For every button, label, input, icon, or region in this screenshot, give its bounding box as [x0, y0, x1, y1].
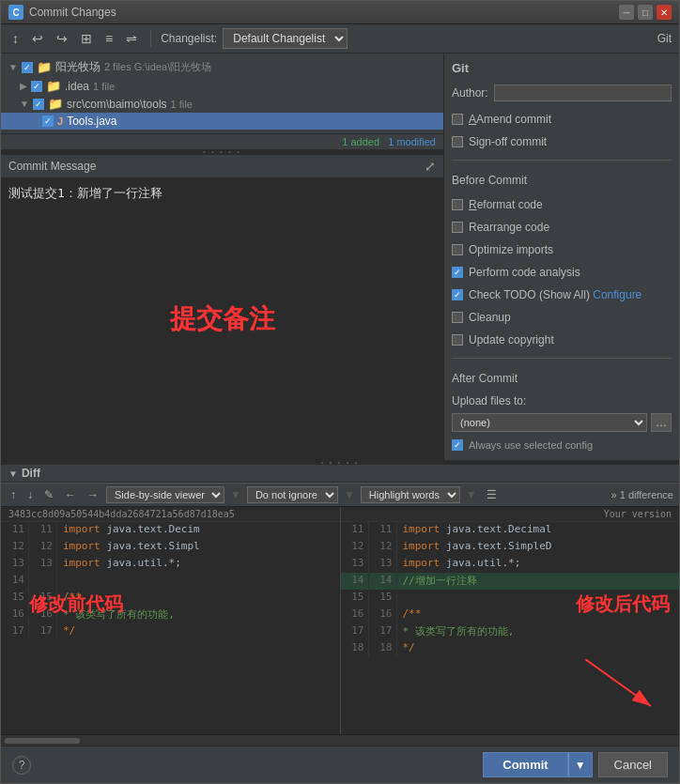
diff-left-lines: 11 11 import java.text.Decim 12 12 impor…	[1, 522, 340, 734]
signoff-row: Sign-off commit	[452, 133, 672, 150]
toolbar-list1[interactable]: ≡	[101, 29, 116, 48]
folder-icon-root: 📁	[37, 60, 52, 74]
upload-label: Upload files to:	[452, 394, 672, 407]
optimize-label: Optimize imports	[469, 243, 553, 256]
diff-right-side: Your version 11 11 import java.text.Deci…	[340, 507, 680, 734]
always-use-checkbox[interactable]: ✓	[452, 439, 463, 451]
commit-message-area: Commit Message ⤢ 测试提交1：新增了一行注释 提交备注	[1, 154, 443, 460]
tree-checkbox-root[interactable]: ✓	[22, 62, 33, 73]
toolbar-undo[interactable]: ↩	[28, 29, 47, 48]
diff-right-line-13: 13 13 import java.util.*;	[341, 556, 680, 573]
diff-scrollbar-thumb[interactable]	[5, 738, 80, 744]
cleanup-checkbox[interactable]	[452, 312, 463, 323]
diff-left-line-11: 11 11 import java.text.Decim	[1, 522, 340, 539]
always-use-row: ✓ Always use selected config	[452, 438, 672, 453]
commit-button[interactable]: Commit	[483, 752, 567, 777]
toolbar-list2[interactable]: ⇌	[122, 29, 141, 48]
amend-label: AAmend commit	[469, 113, 551, 126]
diff-count: » 1 difference	[611, 489, 673, 500]
analyze-checkbox[interactable]: ✓	[452, 267, 463, 278]
diff-content: 3483cc8d09a50544b4dda2684721a56d87d18ea5…	[1, 507, 679, 734]
diff-scrollbar[interactable]	[1, 734, 679, 746]
diff-left-line-12: 12 12 import java.text.Simpl	[1, 539, 340, 556]
toolbar-action1[interactable]: ↕	[8, 29, 23, 48]
diff-right-lines: 11 11 import java.text.Decimal 12 12 imp…	[341, 522, 680, 734]
maximize-button[interactable]: □	[638, 5, 653, 20]
commit-message-header: Commit Message ⤢	[1, 154, 443, 177]
toolbar-group[interactable]: ⊞	[77, 29, 96, 48]
before-commit-divider	[452, 160, 672, 161]
viewer-select[interactable]: Side-by-side viewer	[106, 486, 224, 503]
author-label: Author:	[452, 86, 488, 100]
toolbar-redo[interactable]: ↪	[53, 29, 71, 48]
diff-right-line-14: 14 14 //增加一行注释	[341, 573, 680, 590]
minimize-button[interactable]: ─	[619, 5, 634, 20]
cancel-button[interactable]: Cancel	[598, 752, 668, 777]
file-tree: ▼ ✓ 📁 阳光牧场 2 files G:\idea\阳光牧场 ▶ ✓ 📁 .i…	[1, 54, 443, 133]
todo-checkbox[interactable]: ✓	[452, 289, 463, 300]
toolbar-sep	[150, 30, 151, 47]
folder-icon-src: 📁	[48, 97, 63, 111]
diff-toolbar: ↑ ↓ ✎ ← → Side-by-side viewer ▼ Do not i…	[1, 484, 679, 507]
git-section-label: Git	[452, 61, 672, 75]
author-input[interactable]	[494, 85, 672, 101]
diff-up-btn[interactable]: ↑	[7, 487, 20, 502]
changelist-select[interactable]: Default Changelist	[223, 28, 348, 49]
tree-item-meta-src: 1 file	[171, 99, 193, 110]
commit-window: C Commit Changes ─ □ ✕ ↕ ↩ ↪ ⊞ ≡ ⇌ Chang…	[0, 0, 680, 784]
main-toolbar: ↕ ↩ ↪ ⊞ ≡ ⇌ Changelist: Default Changeli…	[1, 24, 679, 54]
commit-message-label: Commit Message	[8, 160, 96, 173]
expand-commit-msg-btn[interactable]: ⤢	[425, 159, 436, 174]
tree-item-idea[interactable]: ▶ ✓ 📁 .idea 1 file	[1, 77, 443, 95]
tree-checkbox-tools[interactable]: ✓	[42, 115, 54, 127]
author-row: Author:	[452, 85, 672, 101]
close-button[interactable]: ✕	[657, 5, 672, 20]
diff-edit-btn[interactable]: ✎	[40, 487, 57, 502]
rearrange-label: Rearrange code	[469, 221, 549, 234]
diff-back-btn[interactable]: ←	[61, 487, 80, 502]
ignore-select[interactable]: Do not ignore	[247, 486, 338, 503]
upload-settings-btn[interactable]: …	[651, 413, 672, 432]
amend-checkbox[interactable]	[452, 114, 463, 125]
copyright-checkbox[interactable]	[452, 334, 463, 346]
tree-item-src[interactable]: ▼ ✓ 📁 src\com\baimo\tools 1 file	[1, 95, 443, 113]
signoff-checkbox[interactable]	[452, 136, 463, 147]
rearrange-row: Rearrange code	[452, 219, 672, 236]
diff-right-line-12: 12 12 import java.text.SimpleD	[341, 539, 680, 556]
diff-panel-header: ▼ Diff	[1, 465, 679, 483]
help-button[interactable]: ?	[12, 756, 31, 775]
highlight-select[interactable]: Highlight words	[361, 486, 460, 503]
amend-commit-row: AAmend commit	[452, 111, 672, 128]
diff-left-side: 3483cc8d09a50544b4dda2684721a56d87d18ea5…	[1, 507, 340, 734]
diff-left-line-17: 17 17 */	[1, 623, 340, 640]
diff-panel: ↑ ↓ ✎ ← → Side-by-side viewer ▼ Do not i…	[1, 483, 679, 746]
signoff-label: Sign-off commit	[469, 135, 547, 148]
diff-settings-btn[interactable]: ☰	[483, 487, 501, 502]
analyze-row: ✓ Perform code analysis	[452, 264, 672, 281]
commit-message-input[interactable]: 测试提交1：新增了一行注释	[1, 177, 443, 460]
optimize-checkbox[interactable]	[452, 244, 463, 255]
changelist-label: Changelist:	[161, 32, 217, 45]
git-label: Git	[657, 32, 672, 45]
folder-icon-idea: 📁	[46, 79, 61, 93]
rearrange-checkbox[interactable]	[452, 222, 463, 233]
tree-checkbox-idea[interactable]: ✓	[31, 81, 42, 92]
reformat-checkbox[interactable]	[452, 199, 463, 210]
diff-left-line-14: 14	[1, 573, 340, 590]
configure-link[interactable]: Configure	[593, 288, 641, 301]
diff-down-btn[interactable]: ↓	[23, 487, 37, 502]
tree-item-meta-root: 2 files G:\idea\阳光牧场	[104, 60, 211, 74]
commit-dropdown-button[interactable]: ▼	[568, 752, 593, 777]
tree-checkbox-src[interactable]: ✓	[33, 99, 44, 110]
tree-item-root[interactable]: ▼ ✓ 📁 阳光牧场 2 files G:\idea\阳光牧场	[1, 57, 443, 77]
analyze-label: Perform code analysis	[469, 266, 580, 279]
upload-select[interactable]: (none)	[452, 413, 647, 432]
before-commit-header: Before Commit	[452, 174, 672, 187]
diff-forward-btn[interactable]: →	[84, 487, 102, 502]
title-bar: C Commit Changes ─ □ ✕	[1, 1, 679, 24]
tree-item-label-idea: .idea	[65, 80, 89, 93]
diff-right-line-16: 16 16 /**	[341, 607, 680, 623]
diff-left-line-16: 16 16 * 该类写了所有的功能,	[1, 607, 340, 623]
after-commit-divider	[452, 358, 672, 359]
tree-item-tools-java[interactable]: ✓ J Tools.java	[1, 113, 443, 130]
